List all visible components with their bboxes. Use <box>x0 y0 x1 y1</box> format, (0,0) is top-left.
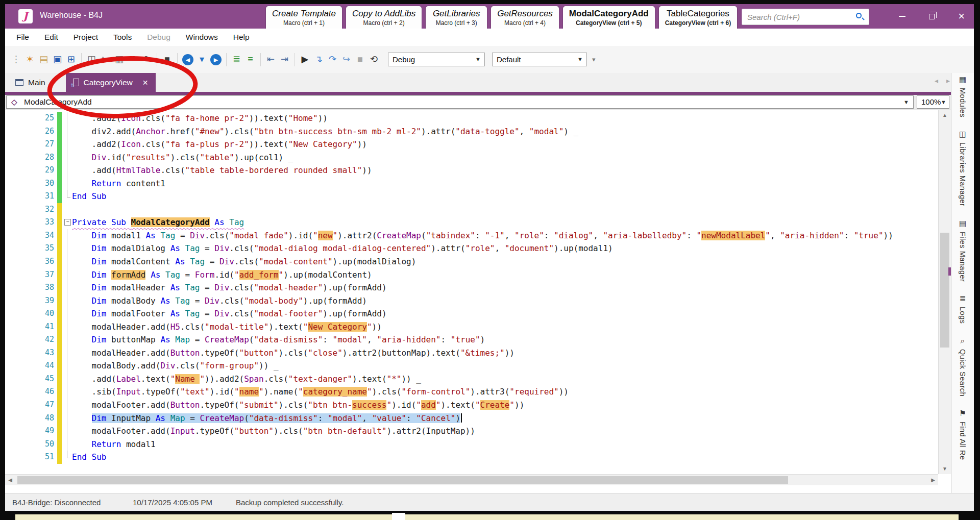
collapse-icon[interactable] <box>63 216 71 229</box>
code-line[interactable]: 29.add(HtmlTable.cls("table table-border… <box>5 164 938 177</box>
code-line[interactable]: 27.add2(Icon.cls("fa fa-plus pr-2")).tex… <box>5 138 938 151</box>
menu-windows[interactable]: Windows <box>186 33 218 42</box>
code-line[interactable]: 34Dim modal1 As Tag = Div.cls("modal fad… <box>5 229 938 242</box>
panel-item-files-manager[interactable]: ▤Files Manager <box>959 219 967 282</box>
vertical-scroll-thumb[interactable] <box>940 233 949 348</box>
code-line[interactable]: 51End Sub <box>5 451 938 464</box>
code-line[interactable]: 36Dim modalContent As Tag = Div.cls("mod… <box>5 255 938 268</box>
change-bar <box>57 151 62 164</box>
code-line[interactable]: 50Return modal1 <box>5 438 938 451</box>
undo-icon[interactable]: ↶ <box>126 53 140 66</box>
code-line[interactable]: 43modalHeader.add(Button.typeOf("button"… <box>5 346 938 360</box>
change-bar <box>57 190 62 203</box>
code-line[interactable]: 35Dim modalDialog As Tag = Div.cls("moda… <box>5 242 938 255</box>
close-button[interactable]: × <box>958 11 965 21</box>
panel-item-find-all-re[interactable]: ⚑Find All Re <box>959 409 967 460</box>
code-line[interactable]: 30Return content1 <box>5 177 938 190</box>
code-line[interactable]: 26div2.add(Anchor.href("#new").cls("btn … <box>5 125 938 138</box>
bookmark-icon[interactable]: ■ <box>160 53 174 66</box>
panel-item-libraries-manager[interactable]: ◫Libraries Manager <box>959 130 967 206</box>
indent-icon[interactable]: ⇥ <box>278 53 291 66</box>
code-line[interactable]: 49modalFooter.add(Input.typeOf("button")… <box>5 425 938 438</box>
menu-edit[interactable]: Edit <box>44 33 58 42</box>
panel-item-logs[interactable]: ≣Logs <box>959 294 967 324</box>
menu-file[interactable]: File <box>16 33 29 42</box>
toolbar-drag-handle[interactable]: ⋮ <box>9 53 23 66</box>
tab-main[interactable]: Main <box>8 73 53 92</box>
vertical-scrollbar[interactable]: ▲ ▼ <box>938 110 951 474</box>
code-line[interactable]: 48Dim InputMap As Map = CreateMap("data-… <box>5 412 938 425</box>
uncomment-icon[interactable]: ≡ <box>243 53 257 66</box>
resume-icon[interactable]: ↪ <box>339 53 353 66</box>
code-area[interactable]: 25.add2(Icon.cls("fa fa-home pr-2")).tex… <box>5 110 938 474</box>
line-number: 49 <box>5 425 54 438</box>
run-icon[interactable]: ▶ <box>298 53 312 66</box>
macro-button-4[interactable]: GetResourcesMacro (ctrl + 4) <box>491 6 559 29</box>
code-line[interactable]: 37Dim formAdd As Tag = Form.id("add_form… <box>5 268 938 282</box>
restart-icon[interactable]: ⟲ <box>367 53 381 66</box>
code-line[interactable]: 45.add(Label.text("Name ")).add2(Span.cl… <box>5 373 938 386</box>
save-all-icon[interactable]: ⊞ <box>64 53 78 66</box>
sub-navigator-select[interactable]: ◇ ModalCategoryAdd ▼ <box>6 95 914 109</box>
macro-button-3[interactable]: GetLibrariesMacro (ctrl + 3) <box>426 6 487 29</box>
fold-guide <box>63 255 71 268</box>
macro-button-5[interactable]: ModalCategoryAddCategoryView (ctrl + 5) <box>563 6 655 29</box>
code-text: .sib(Input.typeOf("text").id("name").nam… <box>72 385 569 399</box>
cut-icon[interactable]: ✂ <box>99 53 112 66</box>
code-line[interactable]: 32 <box>5 203 938 216</box>
outdent-icon[interactable]: ⇤ <box>264 53 278 66</box>
float-windows-icon[interactable]: ◫ <box>85 53 99 66</box>
code-line[interactable]: 39Dim modalBody As Tag = Div.cls("modal-… <box>5 294 938 308</box>
close-tab-icon[interactable]: ✕ <box>142 79 149 87</box>
pause-icon[interactable]: ■ <box>353 53 367 66</box>
code-line[interactable]: 42Dim buttonMap As Map = CreateMap("data… <box>5 333 938 346</box>
panel-item-quick-search[interactable]: ⌕Quick Search <box>959 336 967 397</box>
paste-icon[interactable]: ▥ <box>112 53 126 66</box>
scroll-left-icon[interactable]: ◀ <box>5 475 15 485</box>
horizontal-scroll-thumb[interactable] <box>17 476 788 484</box>
menu-tools[interactable]: Tools <box>113 33 132 42</box>
tab-categoryview[interactable]: CategoryView ✕ <box>66 73 156 92</box>
redo-icon[interactable]: ↷ <box>140 53 154 66</box>
code-line[interactable]: 38Dim modalHeader As Tag = Div.cls("moda… <box>5 281 938 294</box>
new-project-icon[interactable]: ✶ <box>23 53 37 66</box>
scroll-up-icon[interactable]: ▲ <box>939 110 951 120</box>
back-history-dropdown-icon[interactable]: ▾ <box>195 53 209 66</box>
open-project-icon[interactable]: ▤ <box>37 53 51 66</box>
save-icon[interactable]: ▣ <box>51 53 64 66</box>
search-box[interactable] <box>742 9 869 25</box>
minimize-button[interactable] <box>899 16 905 17</box>
build-configuration-select[interactable]: Debug ▼ <box>388 53 485 66</box>
code-line[interactable]: 47modalFooter.add(Button.typeOf("submit"… <box>5 399 938 412</box>
restore-button[interactable] <box>929 14 935 19</box>
toolbar-overflow-icon[interactable]: ▾ <box>592 56 596 63</box>
scroll-right-icon[interactable]: ▶ <box>928 475 938 485</box>
macro-button-2[interactable]: Copy to AddLibsMacro (ctrl + 2) <box>346 6 422 29</box>
menu-help[interactable]: Help <box>233 33 250 42</box>
tab-scroll-right-icon[interactable]: ▸ <box>946 77 950 85</box>
code-line[interactable]: 46.sib(Input.typeOf("text").id("name").n… <box>5 385 938 399</box>
zoom-select[interactable]: 100% ▼ <box>917 95 949 109</box>
macro-button-6[interactable]: TableCategoriesCategoryView (ctrl + 6) <box>659 6 738 29</box>
code-line[interactable]: 44modalBody.add(Div.cls("form-group")) _ <box>5 359 938 373</box>
step-into-icon[interactable]: ↴ <box>312 53 326 66</box>
macro-button-title: Copy to AddLibs <box>352 8 415 19</box>
code-line[interactable]: 31End Sub <box>5 190 938 203</box>
code-line[interactable]: 40Dim modalFooter As Tag = Div.cls("moda… <box>5 307 938 320</box>
macro-button-1[interactable]: Create TemplateMacro (ctrl + 1) <box>266 6 342 29</box>
panel-item-modules[interactable]: ▦Modules <box>959 75 967 117</box>
code-line[interactable]: 25.add2(Icon.cls("fa fa-home pr-2")).tex… <box>5 112 938 125</box>
scroll-down-icon[interactable]: ▼ <box>939 464 951 474</box>
navigate-back-icon[interactable]: ◀ <box>182 54 193 65</box>
horizontal-scrollbar[interactable]: ◀ ▶ <box>5 474 938 485</box>
menu-project[interactable]: Project <box>74 33 98 42</box>
build-profile-select[interactable]: Default ▼ <box>492 53 587 66</box>
search-input[interactable] <box>747 11 844 23</box>
step-over-icon[interactable]: ↷ <box>326 53 339 66</box>
code-line[interactable]: 41modalHeader.add(H5.cls("modal-title").… <box>5 320 938 334</box>
comment-icon[interactable]: ≣ <box>230 53 243 66</box>
navigate-forward-icon[interactable]: ▶ <box>210 54 222 65</box>
code-line[interactable]: 33Private Sub ModalCategoryAdd As Tag <box>5 216 938 229</box>
code-line[interactable]: 28Div.id("results").cls("table").up(col1… <box>5 151 938 164</box>
tab-scroll-left-icon[interactable]: ◂ <box>935 77 938 85</box>
